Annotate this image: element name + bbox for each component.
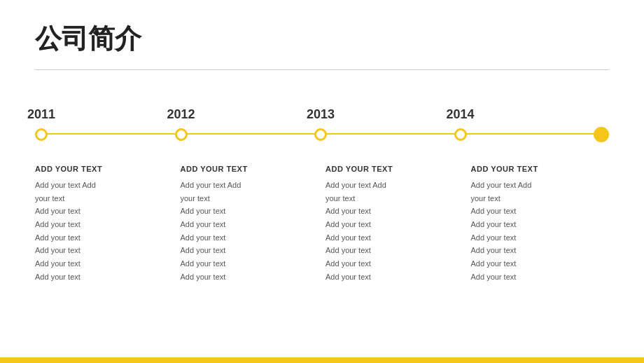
node-circle-2013: [314, 128, 327, 141]
node-year-2011: 2011: [27, 107, 55, 122]
node-circle-2011: [35, 128, 48, 141]
timeline-node-2011: 2011: [35, 128, 48, 141]
body-line: Add your text: [181, 257, 319, 270]
title-divider: [35, 69, 609, 70]
body-line: your text: [326, 192, 464, 205]
content-heading-4: ADD YOUR TEXT: [471, 165, 610, 173]
body-line: Add your text Add: [471, 179, 610, 192]
timeline-node-2012: 2012: [175, 128, 188, 141]
body-line: Add your text: [471, 270, 610, 284]
body-line: Add your text: [326, 205, 464, 218]
title-section: 公司简介: [0, 0, 644, 64]
body-line: Add your text: [181, 244, 319, 257]
content-body-2: Add your text Add your text Add your tex…: [181, 179, 319, 284]
node-circle-2014: [454, 128, 467, 141]
content-heading-3: ADD YOUR TEXT: [326, 165, 464, 173]
node-circle-end: [594, 127, 609, 142]
body-line: your text: [181, 192, 319, 205]
body-line: Add your text: [326, 270, 464, 284]
content-column-2: ADD YOUR TEXT Add your text Add your tex…: [181, 165, 319, 284]
body-line: your text: [35, 192, 174, 205]
content-body-4: Add your text Add your text Add your tex…: [471, 179, 610, 284]
body-line: Add your text: [35, 257, 174, 270]
page-container: 公司简介 2011 2012 2013: [0, 0, 644, 363]
body-line: Add your text: [471, 244, 610, 257]
body-line: Add your text: [326, 231, 464, 245]
page-title: 公司简介: [35, 21, 609, 57]
node-circle-2012: [175, 128, 188, 141]
content-column-4: ADD YOUR TEXT Add your text Add your tex…: [471, 165, 610, 284]
content-body-3: Add your text Add your text Add your tex…: [326, 179, 464, 284]
content-body-1: Add your text Add your text Add your tex…: [35, 179, 174, 284]
body-line: Add your text: [35, 244, 174, 257]
content-heading-2: ADD YOUR TEXT: [181, 165, 319, 173]
node-year-2013: 2013: [307, 107, 335, 122]
node-year-2012: 2012: [167, 107, 195, 122]
body-line: Add your text: [181, 270, 319, 284]
timeline-line: 2011 2012 2013 2014: [35, 133, 609, 135]
timeline-node-end: [594, 127, 609, 142]
node-year-2014: 2014: [446, 107, 474, 122]
body-line: your text: [471, 192, 610, 205]
body-line: Add your text Add: [326, 179, 464, 192]
body-line: Add your text: [181, 231, 319, 245]
body-line: Add your text Add: [181, 179, 319, 192]
timeline-node-2013: 2013: [314, 128, 327, 141]
content-heading-1: ADD YOUR TEXT: [35, 165, 174, 173]
body-line: Add your text: [471, 257, 610, 270]
body-line: Add your text: [471, 218, 610, 231]
body-line: Add your text: [181, 205, 319, 218]
timeline-node-2014: 2014: [454, 128, 467, 141]
content-columns: ADD YOUR TEXT Add your text Add your tex…: [35, 165, 609, 284]
body-line: Add your text: [326, 257, 464, 270]
body-line: Add your text: [35, 205, 174, 218]
content-column-3: ADD YOUR TEXT Add your text Add your tex…: [326, 165, 464, 284]
body-line: Add your text: [326, 218, 464, 231]
content-column-1: ADD YOUR TEXT Add your text Add your tex…: [35, 165, 174, 284]
body-line: Add your text: [35, 231, 174, 245]
body-line: Add your text: [35, 270, 174, 284]
bottom-bar: [0, 357, 644, 363]
body-line: Add your text: [181, 218, 319, 231]
body-line: Add your text Add: [35, 179, 174, 192]
timeline-section: 2011 2012 2013 2014: [35, 133, 609, 135]
timeline-nodes: 2011 2012 2013 2014: [35, 127, 609, 142]
body-line: Add your text: [326, 244, 464, 257]
body-line: Add your text: [35, 218, 174, 231]
body-line: Add your text: [471, 205, 610, 218]
body-line: Add your text: [471, 231, 610, 245]
